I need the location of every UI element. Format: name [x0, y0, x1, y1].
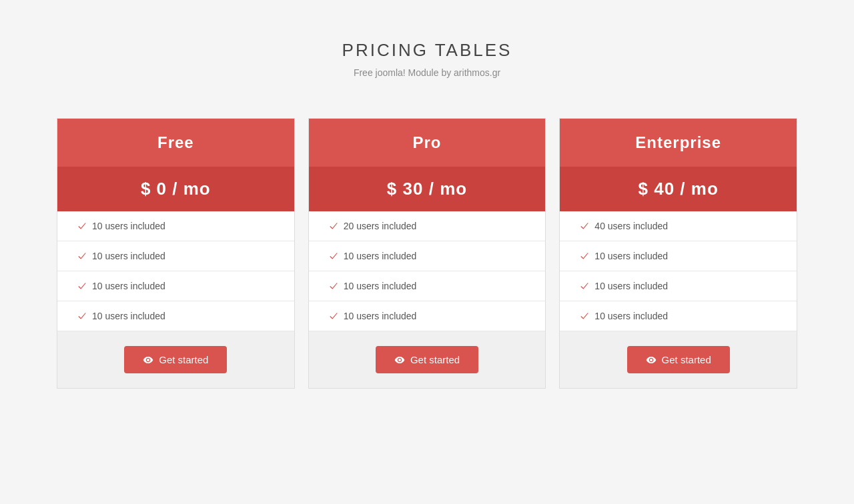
eye-icon — [143, 355, 153, 365]
plan-features-free: 10 users included 10 users included 10 u… — [57, 211, 294, 331]
feature-text: 10 users included — [594, 311, 668, 321]
get-started-button-enterprise[interactable]: Get started — [627, 346, 730, 373]
plan-features-enterprise: 40 users included 10 users included 10 u… — [560, 211, 797, 331]
eye-icon — [394, 355, 405, 365]
feature-text: 10 users included — [594, 281, 668, 291]
list-item: 10 users included — [57, 211, 294, 241]
plan-features-pro: 20 users included 10 users included 10 u… — [309, 211, 546, 331]
check-icon — [580, 251, 589, 261]
feature-text: 40 users included — [594, 221, 668, 231]
feature-text: 10 users included — [92, 311, 165, 321]
card-footer-enterprise: Get started — [560, 331, 797, 388]
pricing-card-free: Free$ 0 / mo 10 users included 10 users … — [57, 118, 295, 389]
list-item: 10 users included — [309, 271, 546, 301]
feature-text: 10 users included — [594, 251, 668, 261]
feature-text: 10 users included — [92, 221, 165, 231]
list-item: 10 users included — [560, 301, 797, 331]
pricing-card-pro: Pro$ 30 / mo 20 users included 10 users … — [308, 118, 546, 389]
check-icon — [329, 311, 338, 321]
get-started-label: Get started — [159, 354, 208, 365]
check-icon — [77, 281, 87, 291]
get-started-label: Get started — [662, 354, 711, 365]
plan-price-enterprise: $ 40 / mo — [560, 167, 797, 211]
check-icon — [77, 311, 87, 321]
list-item: 10 users included — [57, 301, 294, 331]
plan-name-enterprise: Enterprise — [635, 133, 721, 151]
check-icon — [77, 251, 87, 261]
feature-text: 10 users included — [92, 281, 165, 291]
pricing-card-enterprise: Enterprise$ 40 / mo 40 users included 10… — [559, 118, 797, 389]
plan-name-free: Free — [157, 133, 194, 151]
feature-text: 10 users included — [344, 251, 417, 261]
list-item: 10 users included — [560, 271, 797, 301]
feature-text: 10 users included — [92, 251, 165, 261]
plan-price-pro: $ 30 / mo — [309, 167, 546, 211]
eye-icon — [646, 355, 657, 365]
list-item: 10 users included — [57, 271, 294, 301]
check-icon — [329, 251, 338, 261]
list-item: 10 users included — [57, 241, 294, 271]
card-header-pro: Pro — [309, 119, 546, 167]
check-icon — [329, 281, 338, 291]
get-started-button-pro[interactable]: Get started — [376, 346, 478, 373]
pricing-container: Free$ 0 / mo 10 users included 10 users … — [50, 118, 804, 389]
plan-name-pro: Pro — [413, 133, 442, 151]
page-subtitle: Free joomla! Module by arithmos.gr — [354, 67, 500, 78]
list-item: 10 users included — [560, 241, 797, 271]
list-item: 10 users included — [309, 301, 546, 331]
check-icon — [580, 281, 589, 291]
check-icon — [580, 311, 589, 321]
page-title: PRICING TABLES — [342, 40, 512, 61]
check-icon — [77, 221, 87, 231]
card-footer-free: Get started — [57, 331, 294, 388]
get-started-label: Get started — [410, 354, 460, 365]
get-started-button-free[interactable]: Get started — [124, 346, 227, 373]
feature-text: 10 users included — [344, 281, 417, 291]
card-footer-pro: Get started — [309, 331, 546, 388]
feature-text: 10 users included — [344, 311, 417, 321]
card-header-enterprise: Enterprise — [560, 119, 797, 167]
plan-price-free: $ 0 / mo — [57, 167, 294, 211]
feature-text: 20 users included — [344, 221, 417, 231]
card-header-free: Free — [57, 119, 294, 167]
list-item: 40 users included — [560, 211, 797, 241]
check-icon — [580, 221, 589, 231]
page-wrapper: PRICING TABLES Free joomla! Module by ar… — [0, 0, 854, 389]
check-icon — [329, 221, 338, 231]
list-item: 20 users included — [309, 211, 546, 241]
list-item: 10 users included — [309, 241, 546, 271]
